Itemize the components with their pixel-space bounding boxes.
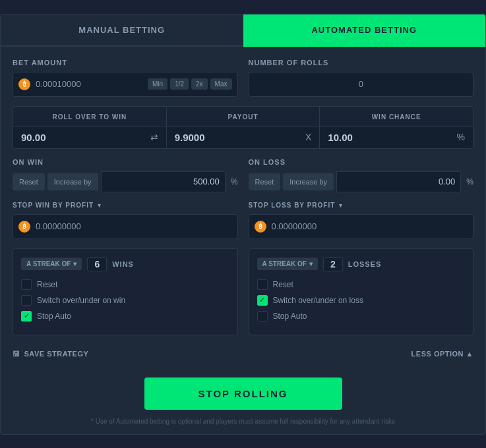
streak-row: A STREAK OF ▾ 6 WINS Reset Switch over/u… (13, 248, 473, 335)
stop-win-label-row: STOP WIN BY PROFIT ▾ (13, 202, 238, 209)
on-loss-increase-button[interactable]: Increase by (283, 173, 334, 190)
double-button[interactable]: 2x (191, 78, 208, 90)
streak-losses-type: LOSSES (348, 260, 382, 268)
save-strategy-button[interactable]: 🖫 SAVE STRATEGY (13, 350, 88, 358)
stop-loss-label-row: STOP LOSS BY PROFIT ▾ (249, 202, 474, 209)
stop-win-label: STOP WIN BY PROFIT (13, 202, 94, 209)
triple-row: ROLL OVER TO WIN 90.00 ⇄ PAYOUT 9.9000 X… (13, 106, 473, 149)
stop-loss-btc-icon: ₿ (255, 221, 266, 233)
streak-wins-reset-checkbox[interactable] (21, 279, 32, 290)
number-of-rolls-value: 0 (359, 79, 363, 89)
top-row: BET AMOUNT ₿ 0.00010000 Min 1/2 2x Max N… (13, 59, 473, 97)
streak-losses-header: A STREAK OF ▾ 2 LOSSES (257, 257, 466, 271)
stop-win-input-row: ₿ 0.00000000 (13, 214, 238, 239)
save-strategy-label: SAVE STRATEGY (24, 350, 89, 358)
streak-losses-number[interactable]: 2 (323, 257, 343, 271)
main-content: BET AMOUNT ₿ 0.00010000 Min 1/2 2x Max N… (1, 47, 485, 372)
bet-amount-col: BET AMOUNT ₿ 0.00010000 Min 1/2 2x Max (13, 59, 238, 97)
streak-losses-col: A STREAK OF ▾ 2 LOSSES Reset Switch over… (249, 248, 474, 335)
streak-losses-reset-label: Reset (273, 280, 293, 289)
win-chance-value: 10.00 (328, 132, 353, 143)
on-win-label: ON WIN (13, 158, 238, 166)
btc-icon: ₿ (18, 78, 30, 90)
streak-wins-col: A STREAK OF ▾ 6 WINS Reset Switch over/u… (13, 248, 238, 335)
streak-wins-stop-label: Stop Auto (37, 312, 71, 321)
number-of-rolls-input[interactable]: 0 (249, 72, 474, 97)
main-container: MANUAL BETTING AUTOMATED BETTING BET AMO… (0, 14, 486, 435)
tab-bar: MANUAL BETTING AUTOMATED BETTING (1, 14, 485, 47)
streak-wins-checkbox-reset-row: Reset (21, 279, 229, 290)
streak-losses-reset-checkbox[interactable] (257, 279, 268, 290)
on-loss-label: ON LOSS (249, 158, 474, 166)
roll-over-label: ROLL OVER TO WIN (52, 107, 127, 126)
max-button[interactable]: Max (210, 78, 232, 90)
stop-loss-chevron-icon[interactable]: ▾ (339, 202, 342, 209)
streak-losses-dropdown-chevron-icon: ▾ (309, 260, 313, 267)
bet-amount-input-row: ₿ 0.00010000 Min 1/2 2x Max (13, 72, 238, 97)
stop-rolling-wrap: STOP ROLLING (1, 372, 485, 418)
on-win-controls: Reset Increase by 500.00 % (13, 171, 238, 192)
bet-amount-label: BET AMOUNT (13, 59, 238, 67)
win-chance-icon: % (457, 132, 465, 142)
bet-amount-buttons: Min 1/2 2x Max (148, 78, 232, 90)
win-loss-row: ON WIN Reset Increase by 500.00 % ON LOS… (13, 158, 473, 192)
disclaimer-text: * Use of Automated betting is optional a… (1, 418, 485, 434)
bottom-bar: 🖫 SAVE STRATEGY LESS OPTION ▲ (13, 345, 473, 366)
streak-losses-stop-label: Stop Auto (273, 312, 307, 321)
roll-over-value: 90.00 (21, 132, 46, 143)
payout-value-row: 9.9000 X (167, 126, 320, 148)
stop-loss-col: STOP LOSS BY PROFIT ▾ ₿ 0.00000000 (249, 202, 474, 239)
payout-section: PAYOUT 9.9000 X (167, 107, 320, 148)
payout-icon: X (305, 132, 311, 142)
on-win-suffix: % (231, 177, 238, 186)
streak-losses-switch-checkbox[interactable] (257, 295, 268, 306)
win-chance-section: WIN CHANCE 10.00 % (320, 107, 473, 148)
on-win-col: ON WIN Reset Increase by 500.00 % (13, 158, 238, 192)
stop-loss-input-row: ₿ 0.00000000 (249, 214, 474, 239)
on-loss-reset-button[interactable]: Reset (249, 173, 281, 190)
number-of-rolls-col: NUMBER OF ROLLS 0 (249, 59, 474, 97)
streak-wins-switch-label: Switch over/under on win (37, 296, 125, 305)
tab-manual[interactable]: MANUAL BETTING (1, 14, 243, 47)
on-loss-value: 0.00 (439, 177, 455, 186)
on-win-increase-button[interactable]: Increase by (47, 173, 98, 190)
streak-wins-dropdown-chevron-icon: ▾ (73, 260, 76, 267)
tab-auto[interactable]: AUTOMATED BETTING (243, 14, 486, 47)
stop-win-chevron-icon[interactable]: ▾ (98, 202, 101, 209)
streak-losses-checkbox-switch-row: Switch over/under on loss (257, 295, 466, 306)
stop-rolling-button[interactable]: STOP ROLLING (144, 378, 342, 410)
win-chance-value-row: 10.00 % (320, 126, 473, 148)
half-button[interactable]: 1/2 (170, 78, 189, 90)
streak-losses-checkbox-reset-row: Reset (257, 279, 466, 290)
streak-losses-checkbox-stop-row: Stop Auto (257, 311, 466, 322)
number-of-rolls-label: NUMBER OF ROLLS (249, 59, 474, 67)
streak-wins-reset-label: Reset (37, 280, 57, 289)
stop-win-btc-icon: ₿ (18, 221, 30, 233)
streak-wins-type: WINS (112, 260, 134, 268)
payout-value: 9.9000 (175, 132, 205, 143)
stop-win-value: 0.00000000 (36, 221, 232, 231)
streak-wins-stop-checkbox[interactable] (21, 311, 32, 322)
on-loss-suffix: % (466, 177, 473, 186)
streak-losses-dropdown[interactable]: A STREAK OF ▾ (257, 258, 318, 270)
streak-wins-switch-checkbox[interactable] (21, 295, 32, 306)
on-loss-input[interactable]: 0.00 (336, 171, 461, 192)
roll-over-icon[interactable]: ⇄ (150, 132, 158, 142)
streak-wins-dropdown[interactable]: A STREAK OF ▾ (21, 258, 82, 270)
roll-over-value-row: 90.00 ⇄ (13, 126, 166, 148)
on-win-reset-button[interactable]: Reset (13, 173, 45, 190)
streak-wins-checkbox-switch-row: Switch over/under on win (21, 295, 229, 306)
streak-losses-dropdown-label: A STREAK OF (262, 260, 307, 267)
payout-label: PAYOUT (228, 107, 258, 126)
min-button[interactable]: Min (148, 78, 167, 90)
on-win-value: 500.00 (193, 177, 220, 186)
streak-wins-dropdown-label: A STREAK OF (26, 260, 71, 267)
save-icon: 🖫 (13, 350, 20, 358)
streak-losses-stop-checkbox[interactable] (257, 311, 268, 322)
stop-win-col: STOP WIN BY PROFIT ▾ ₿ 0.00000000 (13, 202, 238, 239)
streak-wins-number[interactable]: 6 (87, 257, 107, 271)
roll-over-section: ROLL OVER TO WIN 90.00 ⇄ (13, 107, 166, 148)
less-option-button[interactable]: LESS OPTION ▲ (411, 350, 473, 358)
bet-amount-value: 0.00010000 (36, 79, 148, 89)
on-win-input[interactable]: 500.00 (101, 171, 226, 192)
